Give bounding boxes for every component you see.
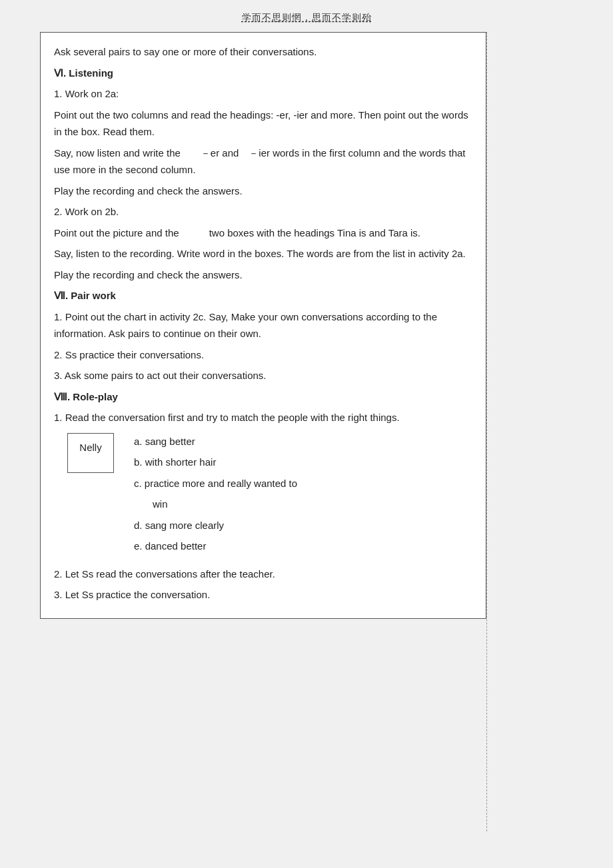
- list-item-e: e. danced better: [134, 538, 297, 555]
- intro-text: Ask several pairs to say one or more of …: [54, 43, 472, 61]
- s6-1-title: 1. Work on 2a:: [54, 85, 472, 103]
- nelly-label: Nelly: [79, 442, 101, 453]
- s6-1-a: Point out the two columns and read the h…: [54, 107, 472, 141]
- list-item-a: a. sang better: [134, 433, 297, 450]
- list-item-c: c. practice more and really wanted to: [134, 475, 297, 492]
- right-column: [486, 32, 573, 831]
- list-item-b: b. with shorter hair: [134, 454, 297, 471]
- section8-title: Ⅷ. Role-play: [54, 388, 472, 406]
- nelly-table: Nelly a. sang better b. with shorter hai…: [67, 433, 472, 559]
- s6-1-b: Say, now listen and write the －er and －i…: [54, 145, 472, 179]
- s6-2-title: 2. Work on 2b.: [54, 203, 472, 220]
- s8-2: 2. Let Ss read the conversations after t…: [54, 566, 472, 583]
- s8-3: 3. Let Ss practice the conversation.: [54, 586, 472, 604]
- s7-1: 1. Point out the chart in activity 2c. S…: [54, 308, 472, 342]
- page-title: 学而不思则惘，思而不学则殆: [0, 0, 613, 32]
- s8-1: 1. Read the conversation first and try t…: [54, 409, 472, 426]
- s6-1-c: Play the recording and check the answers…: [54, 183, 472, 200]
- s7-3: 3. Ask some pairs to act out their conve…: [54, 367, 472, 384]
- s6-2-a: Point out the picture and the two boxes …: [54, 224, 472, 242]
- list-item-d: d. sang more clearly: [134, 517, 297, 534]
- s6-2-c: Play the recording and check the answers…: [54, 266, 472, 284]
- s7-2: 2. Ss practice their conversations.: [54, 346, 472, 364]
- s6-2-b: Say, listen to the recording. Write word…: [54, 245, 472, 262]
- options-list: a. sang better b. with shorter hair c. p…: [134, 433, 297, 559]
- nelly-box: Nelly: [67, 433, 114, 473]
- list-item-c2: win: [134, 496, 297, 513]
- section6-title: Ⅵ. Listening: [54, 65, 472, 82]
- section7-title: Ⅶ. Pair work: [54, 287, 472, 304]
